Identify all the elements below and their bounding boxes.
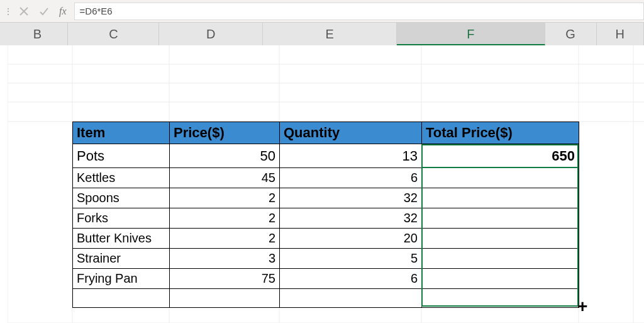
cell-price[interactable]: 50 [170, 144, 280, 168]
cell-qty[interactable]: 6 [280, 168, 422, 188]
cell-item[interactable]: Frying Pan [73, 269, 170, 289]
table-header-row: Item Price($) Quantity Total Price($) [73, 122, 579, 144]
cell-price[interactable] [170, 289, 280, 308]
table-row [73, 289, 579, 308]
cell-item[interactable]: Strainer [73, 249, 170, 269]
cell-price[interactable]: 2 [170, 188, 280, 208]
cell-item[interactable]: Forks [73, 208, 170, 229]
check-icon [39, 6, 49, 16]
data-table: Item Price($) Quantity Total Price($) Po… [72, 122, 579, 308]
table-row: Strainer 3 5 [73, 249, 579, 269]
cell-total[interactable] [422, 188, 579, 208]
cell-total[interactable]: 650 [422, 144, 579, 168]
cell-qty[interactable]: 6 [280, 269, 422, 289]
worksheet-grid[interactable]: Item Price($) Quantity Total Price($) Po… [0, 45, 644, 323]
table-row: Forks 2 32 [73, 208, 579, 229]
column-header-b[interactable]: B [7, 23, 68, 45]
cell-qty[interactable]: 5 [280, 249, 422, 269]
cell-total[interactable] [422, 289, 579, 308]
cell-total[interactable] [422, 229, 579, 249]
header-price[interactable]: Price($) [170, 122, 280, 144]
table-row: Butter Knives 2 20 [73, 229, 579, 249]
header-total[interactable]: Total Price($) [422, 122, 579, 144]
cell-qty[interactable]: 32 [280, 188, 422, 208]
cell-item[interactable]: Butter Knives [73, 229, 170, 249]
table-row: Frying Pan 75 6 [73, 269, 579, 289]
cell-qty[interactable]: 32 [280, 208, 422, 229]
cell-total[interactable] [422, 269, 579, 289]
column-header-e[interactable]: E [263, 23, 397, 45]
insert-function-button[interactable]: fx [54, 6, 74, 17]
row-header-spacer [0, 23, 7, 45]
cell-qty[interactable] [280, 289, 422, 308]
formula-bar-options-icon[interactable]: ⋮ [3, 3, 14, 20]
cell-price[interactable]: 2 [170, 208, 280, 229]
cell-price[interactable]: 75 [170, 269, 280, 289]
header-qty[interactable]: Quantity [280, 122, 422, 144]
column-header-d[interactable]: D [159, 23, 263, 45]
column-header-h[interactable]: H [597, 23, 644, 45]
table-row: Pots 50 13 650 [73, 144, 579, 168]
fx-label: fx [59, 6, 67, 16]
column-header-c[interactable]: C [68, 23, 159, 45]
column-headers: B C D E F G H [0, 23, 644, 46]
formula-bar: ⋮ fx =D6*E6 [0, 0, 644, 23]
cell-price[interactable]: 3 [170, 249, 280, 269]
cell-total[interactable] [422, 168, 579, 188]
header-item[interactable]: Item [73, 122, 170, 144]
confirm-entry-button[interactable] [34, 3, 54, 20]
close-icon [19, 6, 29, 16]
cell-total[interactable] [422, 249, 579, 269]
formula-input[interactable]: =D6*E6 [74, 3, 644, 20]
cell-qty[interactable]: 13 [280, 144, 422, 168]
cell-item[interactable]: Kettles [73, 168, 170, 188]
table-row: Spoons 2 32 [73, 188, 579, 208]
cell-item[interactable] [73, 289, 170, 308]
cell-item[interactable]: Pots [73, 144, 170, 168]
column-header-f[interactable]: F [397, 23, 545, 45]
cell-total[interactable] [422, 208, 579, 229]
cancel-entry-button[interactable] [14, 3, 34, 20]
formula-text: =D6*E6 [80, 6, 113, 16]
cell-price[interactable]: 45 [170, 168, 280, 188]
cell-item[interactable]: Spoons [73, 188, 170, 208]
table-row: Kettles 45 6 [73, 168, 579, 188]
cell-price[interactable]: 2 [170, 229, 280, 249]
column-header-g[interactable]: G [545, 23, 597, 45]
cell-qty[interactable]: 20 [280, 229, 422, 249]
